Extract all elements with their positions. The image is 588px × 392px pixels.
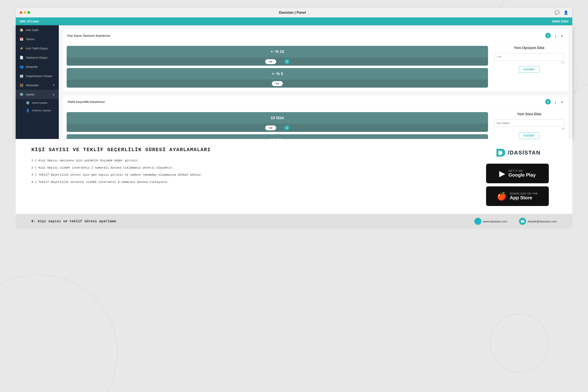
footer-contact: 🌐 www.dasistan.com ✉️ destek@dasistan.co…: [474, 218, 557, 225]
section2-add-panel: Yeni Süre Ekle 0/3 KAYDET: [494, 112, 564, 139]
section1-add-input[interactable]: [494, 53, 564, 60]
section-teklif-gecerlilik: Teklif Geçerlilik Süreleriniz 3 ↓ ▲ 10 G…: [63, 96, 568, 139]
sidebar-item-hizliteklif[interactable]: ⚡ Hızlı Teklif Oluştur: [16, 44, 59, 53]
muhasebe-chevron: ▼: [52, 84, 55, 87]
app-container: 🏠 Ana Sayfa 📅 Takvim ⚡ Hızlı Teklif Oluş…: [16, 25, 572, 139]
badge-2: 2: [284, 59, 290, 64]
user-icon[interactable]: 👤: [564, 10, 568, 15]
section2-option1-value: 10 Gün: [67, 112, 488, 124]
section2-toggle[interactable]: ▲: [560, 100, 564, 104]
brand-d-icon: [494, 147, 506, 158]
app-store-button[interactable]: 🍎 Download on the App Store: [486, 186, 549, 206]
content-settings-icon: ⚙️: [26, 101, 30, 105]
lightning-icon: ⚡: [20, 46, 24, 50]
arrow-left-icon: ←: [278, 59, 283, 64]
section2-header: Teklif Geçerlilik Süreleriniz 3 ↓ ▲: [63, 96, 568, 108]
calendar-icon: 📅: [20, 37, 24, 41]
footer-website: 🌐 www.dasistan.com: [474, 218, 507, 225]
section2-options-list: 10 Gün Sil ← 4 14 Gün: [67, 112, 488, 139]
app-store-main: App Store: [510, 195, 538, 200]
user-name: EMRE ÖZEN: [552, 20, 568, 23]
section2-arrow-down: ↓: [554, 98, 557, 105]
section2-body: 10 Gün Sil ← 4 14 Gün: [63, 108, 568, 139]
dot-green: [28, 11, 30, 14]
sidebar-item-organizasyon[interactable]: 🏢 Organizasyon Oluştur: [16, 71, 59, 80]
building-icon: 🏢: [20, 74, 24, 78]
section2-add-input[interactable]: [494, 119, 564, 127]
sidebar-item-kullanici[interactable]: 👤 Kullanıcı Ayarları: [26, 106, 59, 114]
section1-header-right: 1 ↓ ▲: [545, 32, 564, 38]
sidebar-item-ayarlar[interactable]: ⚙️ Ayarlar ▲: [16, 90, 59, 99]
section2-save-button[interactable]: KAYDET: [519, 132, 540, 139]
google-play-text: GET IT ON Google Play: [508, 169, 536, 178]
section1-option2-value: +- % 5: [67, 68, 488, 80]
section1-option1-value: +- % 10: [67, 46, 488, 58]
sidebar-label-musteriler: Müşteriler: [26, 65, 38, 68]
sidebar-item-anasayfa[interactable]: 🏠 Ana Sayfa: [16, 25, 59, 34]
browser-dots: [20, 11, 30, 14]
sidebar-label-anasayfa: Ana Sayfa: [26, 28, 38, 32]
section2-annotation: ← 4: [278, 125, 290, 130]
google-play-button[interactable]: ▶ GET IT ON Google Play: [486, 164, 549, 183]
chat-icon[interactable]: 💬: [555, 10, 560, 15]
instruction-1: 1-) Kişi Sayısı opsiyonu için yüzdelik b…: [31, 158, 466, 163]
section2-add-title: Yeni Süre Ekle: [494, 112, 564, 116]
instruction-2: 2-) Kişi Sayısı silmek isterseniz 2 numa…: [31, 166, 466, 170]
google-play-icon: ▶: [499, 169, 505, 178]
section1-option1-actions: Sil ← 2: [67, 58, 488, 66]
sidebar-label-icerik: İçerik Ayarları: [32, 101, 48, 104]
section1-option-1: +- % 10 Sil ← 2: [67, 46, 488, 66]
section2-title: Teklif Geçerlilik Süreleriniz: [68, 100, 105, 104]
sidebar-label-sozlesme: Sözleşme Oluştur: [26, 56, 48, 59]
ayarlar-chevron: ▲: [52, 93, 55, 96]
email-icon: ✉️: [519, 218, 526, 225]
sidebar-label-takvim: Takvim: [26, 38, 34, 41]
sidebar-item-icerik[interactable]: ⚙️ İçerik Ayarları: [26, 99, 59, 106]
sidebar-item-musteriler[interactable]: 👥 Müşteriler: [16, 62, 59, 71]
arrow-left-2-icon: ←: [278, 125, 283, 130]
dot-red: [20, 11, 22, 14]
sidebar-label-ayarlar: Ayarlar: [26, 93, 34, 96]
sidebar-label-hizliteklif: Hızlı Teklif Oluştur: [26, 47, 48, 50]
google-play-main: Google Play: [508, 172, 536, 178]
sidebar: 🏠 Ana Sayfa 📅 Takvim ⚡ Hızlı Teklif Oluş…: [16, 25, 59, 139]
app-store-sub: Download on the: [510, 192, 538, 195]
section1-header: Kişi Sayısı Opsiyon Ayarlarınız 1 ↓ ▲: [63, 29, 568, 42]
section1-add-title: Yeni Opsiyon Ekle: [494, 46, 564, 50]
section1-arrow-down: ↓: [554, 32, 557, 38]
top-bar: SMS: 972 Adet EMRE ÖZEN: [16, 18, 572, 25]
instructions-title: KİŞİ SAYISI VE TEKLİF GEÇERLİLİK SÜRESİ …: [31, 147, 466, 153]
branding: /DASİSTAN ▶ GET IT ON Google Play 🍎 Down…: [478, 147, 557, 206]
section1-option2-actions: Sil: [67, 80, 488, 88]
home-icon: 🏠: [20, 28, 24, 32]
google-play-sub: GET IT ON: [508, 169, 536, 172]
calculator-icon: 🧮: [20, 83, 24, 87]
badge-4: 4: [284, 125, 290, 130]
section2-char-count: 0/3: [494, 128, 564, 130]
section2-option1-delete[interactable]: Sil: [265, 126, 276, 130]
section2-option-2: 14 Gün Sil: [67, 134, 488, 139]
document-icon: 📄: [20, 56, 24, 60]
sidebar-label-organizasyon: Organizasyon Oluştur: [26, 74, 52, 78]
sidebar-item-takvim[interactable]: 📅 Takvim: [16, 34, 59, 44]
user-settings-icon: 👤: [26, 108, 30, 112]
sidebar-item-muhasebe[interactable]: 🧮 Muhasebe ▼: [16, 80, 59, 90]
section1-save-button[interactable]: KAYDET: [519, 66, 540, 73]
sidebar-item-sozlesme[interactable]: 📄 Sözleşme Oluştur: [16, 53, 59, 62]
browser-chrome: Dasistan | Panel 💬 👤: [16, 8, 572, 18]
apple-icon: 🍎: [497, 192, 507, 201]
browser-title: Dasistan | Panel: [33, 10, 552, 15]
browser-icons: 💬 👤: [555, 10, 568, 15]
section1-annotation: ← 2: [278, 59, 290, 64]
dot-yellow: [24, 11, 26, 14]
section1-option2-delete[interactable]: Sil: [272, 81, 283, 86]
section1-toggle[interactable]: ▲: [560, 34, 564, 38]
section1-add-panel: Yeni Opsiyon Ekle 0/3 KAYDET: [494, 46, 564, 88]
section1-option1-delete[interactable]: Sil: [265, 59, 276, 64]
section-kisi-sayisi: Kişi Sayısı Opsiyon Ayarlarınız 1 ↓ ▲ +-…: [63, 29, 568, 92]
brand-name: /DASİSTAN: [508, 150, 540, 156]
instructions: KİŞİ SAYISI VE TEKLİF GEÇERLİLİK SÜRESİ …: [31, 147, 466, 206]
website-icon: 🌐: [474, 218, 482, 225]
section2-option1-actions: Sil ← 4: [67, 124, 488, 132]
section1-title: Kişi Sayısı Opsiyon Ayarlarınız: [68, 34, 110, 37]
